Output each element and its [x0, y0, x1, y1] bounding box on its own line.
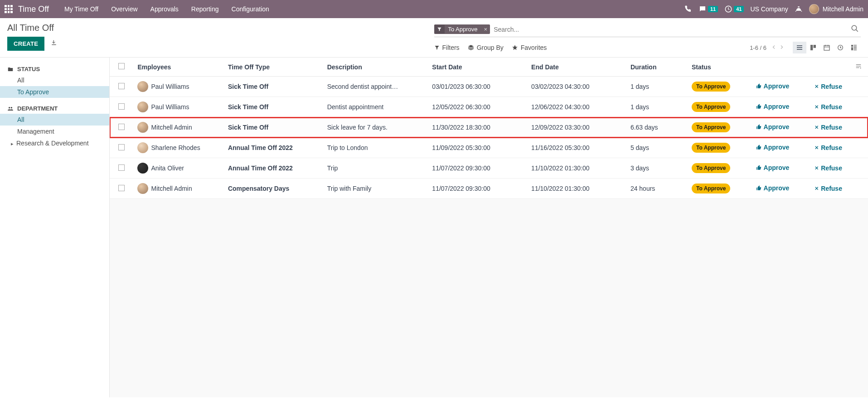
- end-date: 12/06/2022 04:30:00: [527, 97, 626, 117]
- view-list[interactable]: [793, 42, 806, 53]
- timeoff-type: Annual Time Off 2022: [223, 158, 323, 179]
- th-description[interactable]: Description: [323, 58, 428, 77]
- clock-icon: [724, 5, 732, 13]
- status-badge: To Approve: [692, 184, 730, 193]
- refuse-button[interactable]: Refuse: [814, 164, 842, 172]
- user-name: Mitchell Admin: [823, 5, 863, 13]
- table-row[interactable]: Anita OliverAnnual Time Off 2022Trip11/0…: [110, 158, 868, 179]
- filters-button[interactable]: Filters: [434, 44, 460, 51]
- refuse-button[interactable]: Refuse: [814, 144, 842, 151]
- th-status[interactable]: Status: [687, 58, 752, 77]
- nav-link-my-time-off[interactable]: My Time Off: [58, 0, 105, 18]
- view-calendar[interactable]: [820, 42, 834, 53]
- messages-button[interactable]: 11: [698, 5, 718, 13]
- description: Trip: [327, 164, 400, 172]
- approve-button[interactable]: Approve: [756, 164, 790, 171]
- pager-next[interactable]: [779, 44, 785, 51]
- activities-button[interactable]: 41: [724, 5, 744, 13]
- table-row[interactable]: Paul WilliamsSick Time OffDentist appoin…: [110, 97, 868, 117]
- svg-rect-2: [824, 45, 829, 50]
- row-checkbox[interactable]: [118, 144, 125, 150]
- company-switcher[interactable]: US Company: [750, 5, 788, 13]
- favorites-button[interactable]: Favorites: [512, 44, 547, 51]
- row-checkbox[interactable]: [118, 83, 125, 89]
- employee-name: Paul Williams: [151, 103, 189, 111]
- duration: 3 days: [626, 158, 687, 179]
- nav-link-overview[interactable]: Overview: [105, 0, 144, 18]
- sidebar-dept-research-and-development[interactable]: Research & Development: [0, 137, 109, 149]
- end-date: 03/02/2023 04:30:00: [527, 77, 626, 97]
- approve-button[interactable]: Approve: [756, 82, 790, 90]
- download-icon[interactable]: [51, 40, 57, 47]
- phone-icon[interactable]: [684, 5, 692, 13]
- row-checkbox[interactable]: [118, 164, 125, 171]
- row-checkbox[interactable]: [118, 185, 125, 191]
- approve-button[interactable]: Approve: [756, 103, 790, 110]
- timeoff-type: Sick Time Off: [223, 77, 323, 97]
- approve-button[interactable]: Approve: [756, 144, 790, 151]
- view-kanban[interactable]: [806, 42, 820, 53]
- apps-icon[interactable]: [5, 5, 13, 13]
- start-date: 11/07/2022 09:30:00: [427, 158, 527, 179]
- row-checkbox[interactable]: [118, 103, 125, 110]
- status-badge: To Approve: [692, 82, 730, 92]
- sidebar-dept-management[interactable]: Management: [0, 126, 109, 137]
- avatar: [137, 183, 148, 194]
- approve-button[interactable]: Approve: [756, 123, 790, 130]
- columns-adjust-icon[interactable]: [855, 63, 862, 71]
- app-title[interactable]: Time Off: [18, 5, 49, 14]
- refuse-button[interactable]: Refuse: [814, 185, 842, 192]
- duration: 6.63 days: [626, 117, 687, 138]
- table-row[interactable]: Paul WilliamsSick Time OffSecond dentist…: [110, 77, 868, 97]
- refuse-button[interactable]: Refuse: [814, 103, 842, 111]
- nav-link-reporting[interactable]: Reporting: [185, 0, 225, 18]
- nav-link-configuration[interactable]: Configuration: [225, 0, 276, 18]
- view-pivot[interactable]: [847, 42, 861, 53]
- th-duration[interactable]: Duration: [626, 58, 687, 77]
- view-activity[interactable]: [834, 42, 847, 53]
- table-row[interactable]: Mitchell AdminSick Time OffSick leave fo…: [110, 117, 868, 138]
- status-badge: To Approve: [692, 143, 730, 153]
- activities-count: 41: [734, 6, 744, 12]
- th-end[interactable]: End Date: [527, 58, 626, 77]
- search-bar: To Approve ×: [434, 23, 861, 37]
- table-row[interactable]: Mitchell AdminCompensatory DaysTrip with…: [110, 179, 868, 199]
- top-navbar: Time Off My Time OffOverviewApprovalsRep…: [0, 0, 868, 18]
- start-date: 11/09/2022 05:30:00: [427, 138, 527, 158]
- sidebar: STATUS AllTo Approve DEPARTMENT AllManag…: [0, 58, 110, 397]
- refuse-button[interactable]: Refuse: [814, 83, 842, 90]
- row-checkbox[interactable]: [118, 124, 125, 130]
- table-row[interactable]: Sharlene RhodesAnnual Time Off 2022Trip …: [110, 138, 868, 158]
- search-input[interactable]: [490, 23, 849, 36]
- duration: 5 days: [626, 138, 687, 158]
- groupby-button[interactable]: Group By: [468, 44, 504, 51]
- employee-name: Paul Williams: [151, 83, 189, 90]
- status-badge: To Approve: [692, 163, 730, 173]
- end-date: 11/10/2022 01:30:00: [527, 158, 626, 179]
- select-all-checkbox[interactable]: [118, 63, 125, 69]
- timeoff-type: Sick Time Off: [223, 97, 323, 117]
- duration: 1 days: [626, 77, 687, 97]
- th-employees[interactable]: Employees: [133, 58, 223, 77]
- th-start[interactable]: Start Date: [427, 58, 527, 77]
- folder-icon: [7, 66, 14, 72]
- sidebar-status-all[interactable]: All: [0, 74, 109, 86]
- filter-chip: To Approve ×: [434, 24, 490, 34]
- pager-prev[interactable]: [771, 44, 776, 51]
- approve-button[interactable]: Approve: [756, 184, 790, 192]
- sidebar-dept-all[interactable]: All: [0, 114, 109, 126]
- filter-chip-remove[interactable]: ×: [481, 24, 490, 34]
- create-button[interactable]: CREATE: [7, 37, 44, 51]
- employee-name: Mitchell Admin: [151, 124, 192, 131]
- nav-link-approvals[interactable]: Approvals: [144, 0, 185, 18]
- debug-icon[interactable]: [795, 5, 803, 13]
- pager-text[interactable]: 1-6 / 6: [750, 44, 766, 51]
- search-icon[interactable]: [849, 23, 861, 36]
- sidebar-status-to-approve[interactable]: To Approve: [0, 86, 109, 98]
- avatar: [137, 81, 148, 92]
- description: Second dentist appointment: [327, 83, 400, 90]
- user-menu[interactable]: Mitchell Admin: [809, 4, 863, 14]
- th-type[interactable]: Time Off Type: [223, 58, 323, 77]
- end-date: 11/10/2022 01:30:00: [527, 179, 626, 199]
- refuse-button[interactable]: Refuse: [814, 124, 842, 131]
